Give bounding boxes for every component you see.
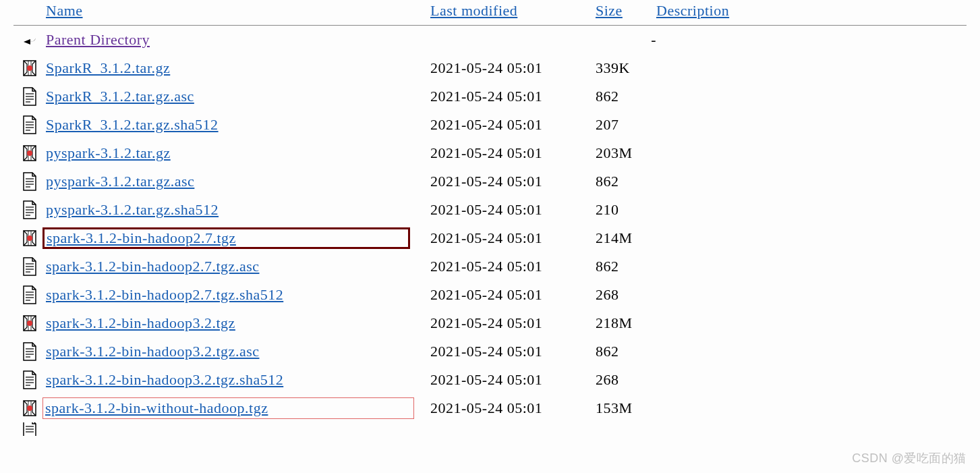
text-icon [13,115,46,134]
file-name-cell: pyspark-3.1.2.tar.gz [46,144,430,162]
table-row: spark-3.1.2-bin-hadoop2.7.tgz.asc2021-05… [13,252,967,281]
table-row: spark-3.1.2-bin-hadoop3.2.tgz2021-05-24 … [13,309,967,337]
file-name-cell: spark-3.1.2-bin-without-hadoop.tgz [46,397,430,419]
file-link[interactable]: spark-3.1.2-bin-hadoop2.7.tgz.asc [46,258,259,275]
last-modified: 2021-05-24 05:01 [430,59,596,77]
file-link[interactable]: SparkR_3.1.2.tar.gz.asc [46,88,194,105]
file-name-cell: pyspark-3.1.2.tar.gz.asc [46,173,430,190]
file-size: 339K [596,59,656,77]
back-icon [13,31,46,49]
file-link[interactable]: spark-3.1.2-bin-hadoop2.7.tgz [47,229,236,246]
file-size: 153M [596,399,656,417]
partial-row [13,422,967,436]
file-link[interactable]: spark-3.1.2-bin-hadoop2.7.tgz.sha512 [46,286,283,304]
file-size: 862 [596,88,656,105]
last-modified: 2021-05-24 05:01 [430,399,596,417]
file-link[interactable]: SparkR_3.1.2.tar.gz.sha512 [46,116,219,134]
file-link[interactable]: spark-3.1.2-bin-without-hadoop.tgz [45,399,268,416]
last-modified: 2021-05-24 05:01 [430,286,596,304]
file-link[interactable]: spark-3.1.2-bin-hadoop3.2.tgz.sha512 [46,371,283,389]
archive-icon [13,229,46,248]
file-size: 210 [596,201,656,219]
sort-size[interactable]: Size [596,2,623,19]
file-link[interactable]: SparkR_3.1.2.tar.gz [46,59,170,77]
file-name-cell: spark-3.1.2-bin-hadoop3.2.tgz.asc [46,343,430,360]
text-icon [13,172,46,191]
last-modified: 2021-05-24 05:01 [430,144,596,162]
sort-description[interactable]: Description [656,2,729,19]
table-header: Name Last modified Size Description [13,0,967,25]
table-row: spark-3.1.2-bin-without-hadoop.tgz2021-0… [13,394,967,422]
table-row: spark-3.1.2-bin-hadoop2.7.tgz.sha5122021… [13,281,967,309]
last-modified: 2021-05-24 05:01 [430,371,596,389]
archive-icon [13,144,46,163]
sort-last-modified[interactable]: Last modified [430,2,517,19]
file-size: 268 [596,371,656,389]
file-link[interactable]: spark-3.1.2-bin-hadoop3.2.tgz.asc [46,343,259,360]
file-name-cell: SparkR_3.1.2.tar.gz [46,59,430,77]
archive-icon [13,314,46,333]
text-icon [13,422,46,436]
table-row: SparkR_3.1.2.tar.gz.asc2021-05-24 05:018… [13,82,967,111]
file-name-cell: spark-3.1.2-bin-hadoop2.7.tgz.sha512 [46,286,430,304]
archive-icon [13,59,46,78]
file-name-cell: pyspark-3.1.2.tar.gz.sha512 [46,201,430,219]
svg-point-31 [27,321,32,326]
file-name-cell: spark-3.1.2-bin-hadoop3.2.tgz [46,314,430,332]
table-row: SparkR_3.1.2.tar.gz2021-05-24 05:01339K [13,54,967,82]
text-icon [13,200,46,219]
last-modified: 2021-05-24 05:01 [430,201,596,219]
file-size: 214M [596,229,656,247]
file-name-cell: spark-3.1.2-bin-hadoop2.7.tgz [46,227,430,249]
file-name-cell: SparkR_3.1.2.tar.gz.sha512 [46,116,430,134]
parent-directory-row: Parent Directory - [13,26,967,54]
file-size: 218M [596,314,656,332]
table-row: pyspark-3.1.2.tar.gz2021-05-24 05:01203M [13,139,967,167]
file-name-cell: spark-3.1.2-bin-hadoop3.2.tgz.sha512 [46,371,430,389]
last-modified: 2021-05-24 05:01 [430,343,596,360]
table-row: pyspark-3.1.2.tar.gz.sha5122021-05-24 05… [13,196,967,224]
file-name-cell: SparkR_3.1.2.tar.gz.asc [46,88,430,105]
last-modified: 2021-05-24 05:01 [430,173,596,190]
text-icon [13,285,46,304]
table-row: spark-3.1.2-bin-hadoop3.2.tgz.sha5122021… [13,366,967,394]
last-modified: 2021-05-24 05:01 [430,258,596,275]
svg-point-11 [27,150,32,156]
file-size: 862 [596,343,656,360]
file-size: 268 [596,286,656,304]
text-icon [13,342,46,361]
table-row: spark-3.1.2-bin-hadoop2.7.tgz2021-05-24 … [13,224,967,252]
last-modified: 2021-05-24 05:01 [430,229,596,247]
file-link[interactable]: pyspark-3.1.2.tar.gz.asc [46,173,194,190]
table-row: pyspark-3.1.2.tar.gz.asc2021-05-24 05:01… [13,167,967,196]
text-icon [13,370,46,389]
file-size: 203M [596,144,656,162]
table-row: spark-3.1.2-bin-hadoop3.2.tgz.asc2021-05… [13,337,967,366]
text-icon [13,257,46,276]
last-modified: 2021-05-24 05:01 [430,116,596,134]
file-name-cell: spark-3.1.2-bin-hadoop2.7.tgz.asc [46,258,430,275]
parent-size: - [596,31,676,49]
file-link[interactable]: spark-3.1.2-bin-hadoop3.2.tgz [46,314,235,332]
table-row: SparkR_3.1.2.tar.gz.sha5122021-05-24 05:… [13,111,967,139]
file-link[interactable]: pyspark-3.1.2.tar.gz.sha512 [46,201,219,219]
file-size: 207 [596,116,656,134]
svg-point-41 [27,406,32,411]
svg-point-1 [27,65,32,71]
sort-name[interactable]: Name [46,2,83,20]
file-size: 862 [596,173,656,190]
last-modified: 2021-05-24 05:01 [430,88,596,105]
text-icon [13,87,46,106]
file-link[interactable]: pyspark-3.1.2.tar.gz [46,144,171,162]
parent-directory-link[interactable]: Parent Directory [46,31,150,49]
archive-icon [13,399,46,418]
last-modified: 2021-05-24 05:01 [430,314,596,332]
file-size: 862 [596,258,656,275]
svg-point-21 [27,235,32,241]
